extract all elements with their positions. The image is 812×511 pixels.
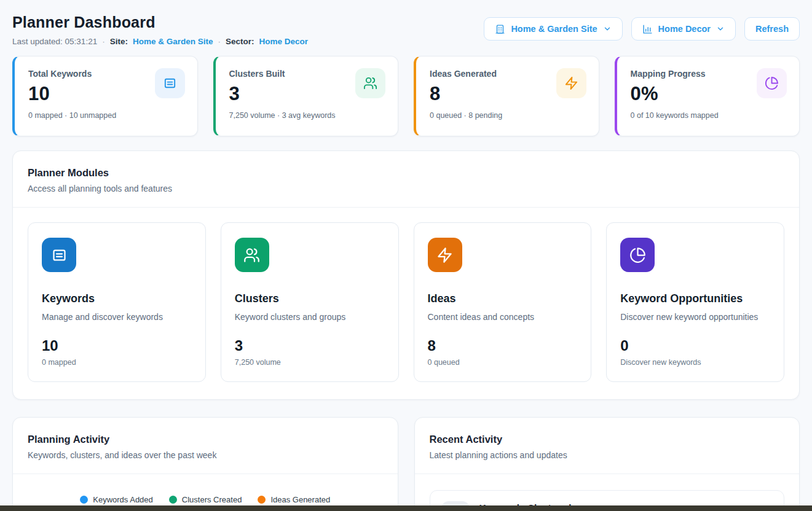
module-card-keywords[interactable]: Keywords Manage and discover keywords 10… [28,222,206,382]
header-meta: Last updated: 05:31:21 · Site: Home & Ga… [12,37,308,46]
pie-chart-icon [757,68,787,98]
legend-dot [169,496,177,504]
module-subtext: 0 mapped [42,358,192,367]
pie-chart-icon [620,238,655,272]
zap-icon [556,68,586,98]
site-link[interactable]: Home & Garden Site [133,37,213,46]
module-value: 8 [428,337,578,354]
module-description: Discover new keyword opportunities [620,312,770,322]
bottom-window-edge [0,505,812,511]
planner-modules-section: Planner Modules Access all planning tool… [12,150,800,400]
chevron-down-icon [603,25,612,33]
site-selector-label: Home & Garden Site [511,24,597,34]
stat-card-mapping-progress[interactable]: Mapping Progress 0% 0 of 10 keywords map… [615,56,800,136]
stat-subtext: 0 of 10 keywords mapped [631,111,786,120]
module-value: 0 [620,337,770,354]
bar-chart-icon [642,24,653,34]
legend-dot [80,496,88,504]
section-title: Recent Activity [430,434,785,445]
stat-card-clusters-built[interactable]: Clusters Built 3 7,250 volume · 3 avg ke… [213,56,399,136]
planner-modules-header: Planner Modules Access all planning tool… [13,151,799,208]
legend-item-clusters-created[interactable]: Clusters Created [169,495,242,504]
refresh-button[interactable]: Refresh [744,17,800,41]
document-icon [42,238,76,272]
recent-activity-card: Recent Activity Latest planning actions … [414,417,800,511]
module-title: Ideas [428,292,578,305]
last-updated-label: Last updated: 05:31:21 [12,37,97,46]
legend-label: Clusters Created [182,495,242,504]
module-subtext: 7,250 volume [235,358,385,367]
legend-item-ideas-generated[interactable]: Ideas Generated [258,495,330,504]
planning-activity-header: Planning Activity Keywords, clusters, an… [13,418,398,474]
stat-cards-row: Total Keywords 10 0 mapped · 10 unmapped… [12,56,800,136]
section-subtitle: Keywords, clusters, and ideas over the p… [28,450,383,460]
users-icon [235,238,269,272]
legend-dot [258,496,266,504]
page-title: Planner Dashboard [12,14,308,31]
module-description: Content ideas and concepts [428,312,578,322]
module-value: 10 [42,337,192,354]
module-subtext: 0 queued [428,358,578,367]
stat-subtext: 0 mapped · 10 unmapped [28,111,184,120]
stat-subtext: 0 queued · 8 pending [430,111,585,120]
section-subtitle: Latest planning actions and updates [430,450,785,460]
page-header: Planner Dashboard Last updated: 05:31:21… [12,14,800,46]
module-title: Clusters [235,292,385,305]
section-subtitle: Access all planning tools and features [28,184,784,193]
recent-activity-header: Recent Activity Latest planning actions … [415,418,800,474]
site-selector-dropdown[interactable]: Home & Garden Site [484,17,622,41]
module-card-keyword-opportunities[interactable]: Keyword Opportunities Discover new keywo… [606,222,784,382]
module-description: Keyword clusters and groups [235,312,385,322]
module-card-clusters[interactable]: Clusters Keyword clusters and groups 3 7… [221,222,399,382]
users-icon [355,68,385,98]
chevron-down-icon [716,25,725,33]
module-value: 3 [235,337,385,354]
planner-dashboard-page: Planner Dashboard Last updated: 05:31:21… [0,0,812,511]
stat-card-total-keywords[interactable]: Total Keywords 10 0 mapped · 10 unmapped [12,56,198,136]
legend-label: Ideas Generated [270,495,330,504]
module-subtext: Discover new keywords [620,358,770,367]
last-updated-value: 05:31:21 [65,37,98,46]
sector-selector-label: Home Decor [658,24,711,34]
section-title: Planner Modules [28,167,784,179]
legend-item-keywords-added[interactable]: Keywords Added [80,495,153,504]
module-card-ideas[interactable]: Ideas Content ideas and concepts 8 0 que… [414,222,592,382]
building-icon [495,24,505,34]
zap-icon [428,238,462,272]
planning-activity-card: Planning Activity Keywords, clusters, an… [12,417,398,511]
modules-grid: Keywords Manage and discover keywords 10… [13,208,799,399]
chart-legend: Keywords Added Clusters Created Ideas Ge… [13,495,398,504]
site-label: Site: [110,37,128,46]
meta-separator: · [218,37,221,46]
sector-label: Sector: [226,37,254,46]
module-title: Keyword Opportunities [620,292,770,305]
sector-link[interactable]: Home Decor [259,37,308,46]
document-icon [155,68,185,98]
module-title: Keywords [42,292,192,305]
stat-card-ideas-generated[interactable]: Ideas Generated 8 0 queued · 8 pending [414,56,599,136]
stat-subtext: 7,250 volume · 3 avg keywords [229,111,385,120]
header-left: Planner Dashboard Last updated: 05:31:21… [12,14,308,46]
section-title: Planning Activity [28,434,383,445]
meta-separator: · [102,37,105,46]
header-actions: Home & Garden Site Home Decor Refresh [484,17,800,41]
bottom-row: Planning Activity Keywords, clusters, an… [12,417,800,511]
module-description: Manage and discover keywords [42,312,192,322]
legend-label: Keywords Added [93,495,153,504]
sector-selector-dropdown[interactable]: Home Decor [631,17,736,41]
